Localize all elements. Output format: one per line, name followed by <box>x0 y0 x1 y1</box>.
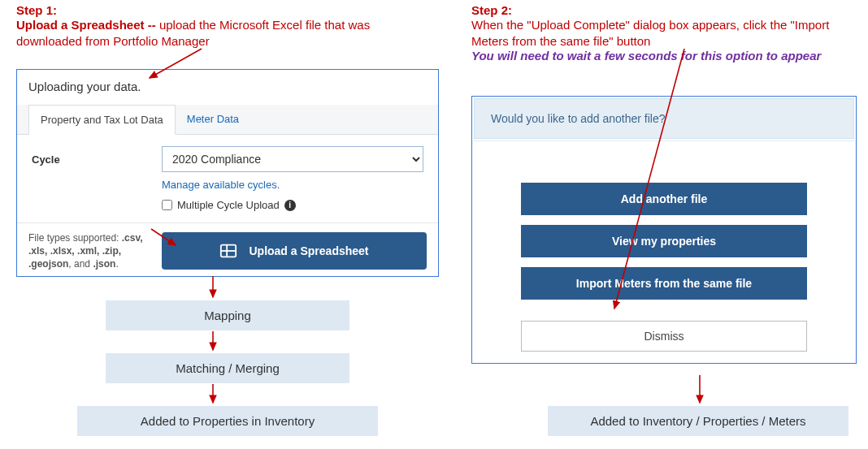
upload-panel-title: Uploading your data. <box>17 70 438 105</box>
tab-meter[interactable]: Meter Data <box>176 105 250 134</box>
import-meters-button[interactable]: Import Meters from the same file <box>521 267 807 300</box>
flow-mapping: Mapping <box>106 300 349 330</box>
step2-header: Step 2: When the "Upload Complete" dialo… <box>471 3 853 63</box>
spreadsheet-icon <box>219 242 237 260</box>
info-icon[interactable]: i <box>284 200 296 211</box>
upload-spreadsheet-button[interactable]: Upload a Spreadsheet <box>162 232 427 270</box>
dialog-title: Would you like to add another file? <box>474 98 854 139</box>
upload-row: File types supported: .csv, .xls, .xlsx,… <box>17 222 438 271</box>
step2-note: You will need to wait a few seconds for … <box>471 49 853 63</box>
tab-property[interactable]: Property and Tax Lot Data <box>28 105 176 135</box>
manage-cycles-link[interactable]: Manage available cycles. <box>162 179 280 191</box>
step2-label: Step 2: <box>471 3 853 17</box>
multi-cycle-label: Multiple Cycle Upload <box>177 199 280 211</box>
flow-added-meters: Added to Inventory / Properties / Meters <box>548 406 848 436</box>
button-stack: Add another file View my properties Impo… <box>472 183 856 352</box>
cycle-row: Cycle 2020 Compliance <box>17 135 438 175</box>
step1-label: Step 1: <box>16 3 439 17</box>
cycle-select[interactable]: 2020 Compliance <box>162 146 423 172</box>
multi-cycle-row: Multiple Cycle Upload i <box>162 199 438 211</box>
step1-header: Step 1: Upload a Spreadsheet -- upload t… <box>16 3 439 49</box>
view-properties-button[interactable]: View my properties <box>521 225 807 257</box>
flow-matching: Matching / Merging <box>106 353 349 383</box>
tab-bar: Property and Tax Lot Data Meter Data <box>17 105 438 135</box>
cycle-label: Cycle <box>32 153 145 166</box>
add-another-file-button[interactable]: Add another file <box>521 183 807 215</box>
step1-bold: Upload a Spreadsheet -- <box>16 18 159 32</box>
dismiss-button[interactable]: Dismiss <box>521 321 807 352</box>
step1-text: Upload a Spreadsheet -- upload the Micro… <box>16 17 439 49</box>
multi-cycle-checkbox[interactable] <box>162 200 172 210</box>
upload-panel: Uploading your data. Property and Tax Lo… <box>16 69 439 277</box>
step2-text: When the "Upload Complete" dialog box ap… <box>471 17 853 49</box>
dialog-panel: Would you like to add another file? Add … <box>471 96 857 364</box>
upload-button-label: Upload a Spreadsheet <box>249 244 368 257</box>
flow-added-inventory: Added to Properties in Inventory <box>77 406 378 436</box>
file-types-text: File types supported: .csv, .xls, .xlsx,… <box>28 231 150 271</box>
